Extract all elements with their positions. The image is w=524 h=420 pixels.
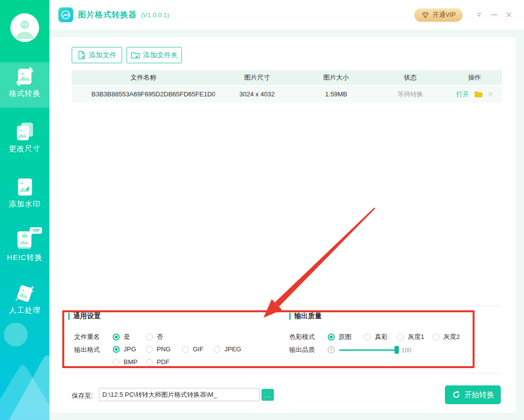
- sidebar: 格式转换 更改尺寸 添加水印: [0, 0, 49, 420]
- color-mode-row: 色彩模式 原图 真彩 灰度1 灰度2: [49, 333, 516, 342]
- cell-operations: 打开 ✕: [447, 90, 502, 99]
- radio-format-bmp[interactable]: BMP: [113, 358, 137, 366]
- header-file-name: 文件名称: [72, 73, 215, 82]
- output-quality-title: 输出质量: [289, 312, 322, 321]
- app-window: 格式转换 更改尺寸 添加水印: [0, 0, 524, 420]
- cell-status: 等待转换: [373, 90, 447, 99]
- header-file-size: 图片大小: [299, 73, 373, 82]
- radio-color-truecolor[interactable]: 真彩: [364, 333, 388, 341]
- table-header: 文件名称 图片尺寸 图片大小 状态 操作: [72, 70, 502, 85]
- heic-icon: VIP: [13, 229, 36, 252]
- header-dimensions: 图片尺寸: [215, 73, 299, 82]
- slider-handle[interactable]: [394, 346, 399, 354]
- start-convert-label: 开始转换: [465, 390, 494, 400]
- section-divider: [62, 306, 502, 306]
- quality-slider[interactable]: [339, 349, 397, 351]
- add-folder-icon: [131, 51, 140, 59]
- radio-icon: [364, 334, 371, 340]
- radio-icon: [433, 334, 439, 340]
- radio-color-gray2[interactable]: 灰度2: [433, 333, 460, 341]
- start-convert-button[interactable]: 开始转换: [445, 385, 501, 404]
- radio-icon: [397, 334, 404, 340]
- sidebar-item-resize[interactable]: 更改尺寸: [0, 118, 49, 163]
- cell-file-name: B3B3B88553A69F695D2DB65FD65FE1D0.png: [72, 90, 215, 98]
- cell-dimensions: 3024 x 4032: [215, 90, 299, 98]
- avatar[interactable]: [10, 13, 39, 42]
- add-folder-button[interactable]: 添加文件夹: [127, 47, 182, 63]
- format-row-2: BMP PDF: [49, 358, 516, 368]
- minimize-icon[interactable]: [486, 7, 501, 22]
- add-file-label: 添加文件: [89, 51, 117, 60]
- header-status: 状态: [373, 73, 447, 82]
- resize-icon: [13, 121, 36, 143]
- footer-divider: [62, 373, 502, 374]
- person-icon: [10, 13, 39, 42]
- main-panel: 添加文件 添加文件夹 文件名称 图片尺寸 图片大小 状态 操作 B3B3B885…: [49, 37, 516, 413]
- folder-icon[interactable]: [474, 91, 483, 98]
- quality-value: 100: [401, 347, 411, 354]
- collapse-icon[interactable]: [472, 7, 486, 22]
- save-path-input[interactable]: [99, 388, 260, 401]
- sidebar-item-heic-convert[interactable]: VIP HEIC转换: [0, 226, 49, 272]
- close-icon[interactable]: ✕: [501, 7, 516, 22]
- mountain-decoration: [0, 314, 49, 420]
- radio-format-pdf[interactable]: PDF: [146, 358, 170, 366]
- title-accent-bar: [289, 313, 291, 320]
- format-convert-icon: [13, 65, 36, 88]
- save-to-label: 保存至:: [72, 391, 93, 400]
- watermark-icon: [13, 176, 36, 199]
- add-file-button[interactable]: 添加文件: [72, 47, 122, 63]
- output-quality-label: 输出品质: [289, 345, 315, 354]
- title-accent-bar: [68, 313, 70, 320]
- diamond-icon: [421, 12, 430, 18]
- sidebar-item-label: 添加水印: [0, 200, 49, 209]
- radio-icon: [328, 334, 335, 340]
- manual-process-icon: [13, 282, 36, 305]
- app-version: (V1.0.0.1): [141, 11, 169, 19]
- general-settings-title: 通用设置: [68, 312, 101, 321]
- open-vip-label: 开通VIP: [433, 10, 456, 19]
- output-quality-row: 输出品质 i 100: [49, 345, 516, 355]
- radio-color-gray1[interactable]: 灰度1: [397, 333, 424, 341]
- app-title: 图片格式转换器: [78, 10, 137, 20]
- browse-button[interactable]: ...: [262, 389, 274, 401]
- titlebar: 图片格式转换器 (V1.0.0.1) 开通VIP ✕: [49, 0, 524, 30]
- radio-color-original[interactable]: 原图: [328, 333, 351, 341]
- open-vip-button[interactable]: 开通VIP: [414, 8, 463, 22]
- sidebar-item-watermark[interactable]: 添加水印: [0, 173, 49, 218]
- app-logo-icon: [58, 7, 73, 22]
- header-operation: 操作: [447, 73, 502, 82]
- sidebar-item-label: 人工处理: [0, 306, 49, 315]
- sidebar-item-manual-process[interactable]: 人工处理: [0, 279, 49, 325]
- info-icon[interactable]: i: [328, 346, 335, 353]
- cell-file-size: 1.59MB: [299, 90, 373, 98]
- sidebar-item-format-convert[interactable]: 格式转换: [0, 62, 49, 108]
- add-folder-label: 添加文件夹: [143, 51, 178, 60]
- open-link[interactable]: 打开: [456, 90, 469, 99]
- sidebar-item-label: 更改尺寸: [0, 144, 49, 154]
- color-mode-label: 色彩模式: [289, 333, 315, 341]
- table-row: B3B3B88553A69F695D2DB65FD65FE1D0.png 302…: [72, 86, 502, 102]
- radio-icon: [113, 359, 120, 366]
- vip-badge: VIP: [30, 227, 42, 234]
- refresh-icon: [452, 390, 461, 399]
- add-file-icon: [78, 51, 86, 59]
- sidebar-item-label: HEIC转换: [0, 253, 49, 262]
- remove-file-icon[interactable]: ✕: [488, 90, 493, 98]
- sidebar-item-label: 格式转换: [0, 89, 49, 98]
- radio-icon: [146, 359, 153, 366]
